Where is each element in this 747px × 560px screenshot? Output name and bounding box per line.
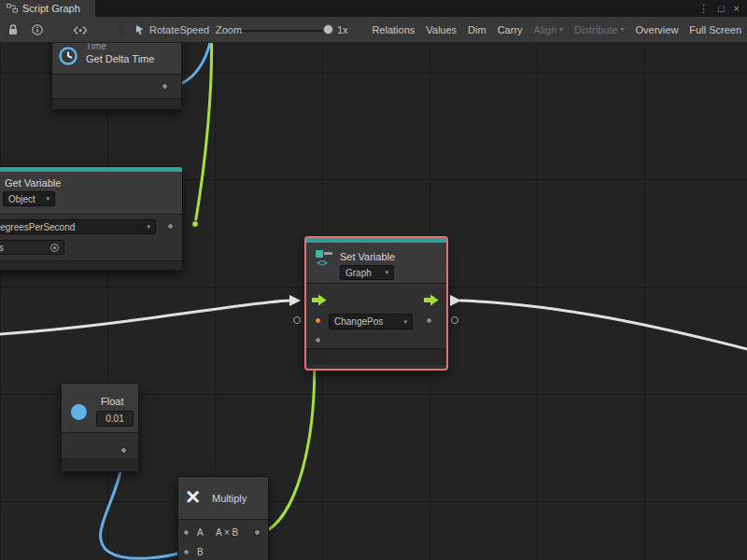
chevron-down-icon: ▾	[621, 25, 625, 34]
node-title: Set Variable	[340, 251, 395, 262]
multiply-output-port[interactable]	[254, 529, 261, 536]
tab-bar: Script Graph ⋮ □ ×	[0, 0, 747, 17]
node-get-variable[interactable]: Get Variable Object▾ otationDegreesPerSe…	[0, 166, 183, 271]
variable-name-dropdown[interactable]: ChangePos▾	[329, 314, 413, 329]
node-title: Float	[101, 396, 123, 407]
unity-script-graph-window: Script Graph ⋮ □ × RotateSpeed Zoom	[0, 0, 747, 560]
toolbar-separator	[120, 22, 120, 37]
fallback-input-port[interactable]	[315, 337, 321, 343]
node-get-delta-time[interactable]: Time Get Delta Time	[51, 43, 182, 110]
value-port-ring-right[interactable]	[451, 316, 458, 324]
value-port-ring-left[interactable]	[293, 316, 301, 324]
port-label-b: B	[197, 547, 204, 557]
tab-script-graph[interactable]: Script Graph	[0, 0, 95, 17]
node-footer	[0, 260, 182, 270]
tab-title: Script Graph	[22, 3, 80, 14]
port-label-a: A	[197, 527, 204, 538]
variable-name-dropdown[interactable]: otationDegreesPerSecond▾	[0, 219, 156, 234]
zoom-label: Zoom	[216, 24, 242, 35]
graph-canvas[interactable]: Time Get Delta Time Get Variable Object▾…	[0, 43, 747, 560]
chevron-down-icon: ▾	[147, 223, 150, 231]
maximize-icon[interactable]: □	[718, 4, 725, 14]
graph-name-label: RotateSpeed	[149, 24, 209, 35]
node-float[interactable]: Float 0.01	[61, 383, 139, 472]
node-category: Time	[86, 43, 106, 51]
node-footer	[52, 98, 181, 109]
float-value-input[interactable]: 0.01	[96, 411, 134, 427]
float-output-port[interactable]	[120, 447, 127, 454]
node-body	[178, 519, 268, 560]
full-screen-button[interactable]: Full Screen	[684, 17, 747, 42]
value-output-port[interactable]	[426, 317, 432, 324]
kebab-menu-icon[interactable]: ⋮	[698, 4, 709, 14]
graph-toolbar: RotateSpeed Zoom 1x Relations Values Dim…	[0, 17, 747, 43]
clock-icon	[58, 46, 78, 66]
variable-target-field[interactable]: his	[0, 240, 64, 255]
multiply-input-a-port[interactable]	[183, 529, 190, 536]
chevron-down-icon: ▾	[559, 25, 563, 34]
flow-connection-in[interactable]	[0, 301, 290, 334]
lock-icon[interactable]	[7, 23, 19, 35]
embed-code-icon[interactable]	[73, 25, 88, 35]
zoom-slider-handle[interactable]	[323, 24, 333, 35]
script-graph-icon	[7, 4, 18, 13]
svg-text:<>: <>	[317, 258, 328, 268]
zoom-slider-track[interactable]	[241, 30, 327, 32]
node-title: Get Variable	[5, 177, 61, 189]
values-button[interactable]: Values	[420, 17, 462, 42]
flow-connection-out[interactable]	[460, 301, 747, 349]
close-icon[interactable]: ×	[734, 4, 740, 14]
object-picker-icon[interactable]	[50, 244, 59, 252]
flow-input-port[interactable]	[312, 294, 327, 306]
get-variable-output-port[interactable]	[167, 223, 174, 230]
graph-asset-icon	[134, 24, 146, 35]
variable-scope-dropdown[interactable]: Object▾	[3, 191, 55, 206]
align-button[interactable]: Align▾	[529, 17, 569, 42]
toolbar-buttons: Relations Values Dim Carry Align▾ Distri…	[366, 17, 747, 42]
overview-button[interactable]: Overview	[630, 17, 684, 42]
chevron-down-icon: ▾	[46, 195, 49, 203]
node-title: Multiply	[212, 493, 247, 504]
float-literal-icon	[71, 404, 87, 420]
multiply-input-b-port[interactable]	[183, 549, 190, 555]
dim-button[interactable]: Dim	[462, 17, 492, 42]
set-variable-icon: <>	[314, 247, 334, 268]
flow-arrow-in-marker	[289, 295, 301, 306]
flow-output-port[interactable]	[424, 294, 439, 306]
node-title: Get Delta Time	[86, 53, 154, 64]
connected-value-port-marker[interactable]	[191, 220, 199, 228]
relations-button[interactable]: Relations	[366, 17, 420, 42]
node-footer	[306, 348, 446, 365]
value-input-port[interactable]	[315, 317, 321, 324]
node-body	[62, 432, 138, 458]
window-controls: ⋮ □ ×	[698, 0, 747, 17]
variable-scope-dropdown[interactable]: Graph▾	[340, 265, 394, 280]
distribute-button[interactable]: Distribute▾	[569, 17, 629, 42]
multiply-icon: ×	[186, 484, 200, 509]
info-icon[interactable]	[32, 24, 43, 35]
chevron-down-icon: ▾	[385, 269, 388, 276]
port-label-result: A × B	[216, 527, 238, 538]
chevron-down-icon: ▾	[403, 318, 407, 326]
carry-button[interactable]: Carry	[492, 17, 529, 42]
node-set-variable[interactable]: <> Set Variable Graph▾ ChangePos▾	[304, 236, 448, 371]
node-footer	[62, 458, 138, 471]
zoom-value: 1x	[337, 24, 348, 35]
delta-time-output-port[interactable]	[162, 83, 168, 90]
flow-arrow-out-marker	[450, 295, 461, 306]
node-multiply[interactable]: × Multiply A A × B B	[177, 476, 269, 560]
